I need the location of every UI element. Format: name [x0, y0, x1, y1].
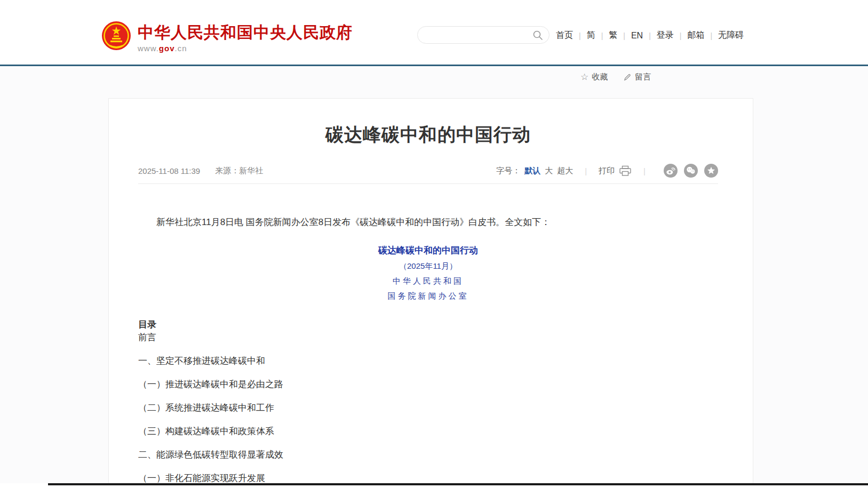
viewport-bottom-strip — [0, 483, 868, 488]
article-title: 碳达峰碳中和的中国行动 — [138, 123, 718, 146]
toc-item-1-3: （三）构建碳达峰碳中和政策体系 — [138, 425, 718, 438]
page-actions: ☆ 收藏 留言 — [580, 72, 667, 82]
url-suffix: .cn — [175, 44, 187, 53]
site-url: www.gov.cn — [138, 44, 353, 53]
document-author-line1: 中华人民共和国 — [138, 274, 718, 289]
meta-separator — [138, 183, 718, 184]
nav-separator: | — [649, 31, 651, 40]
nav-separator: | — [710, 31, 712, 40]
nav-separator: | — [601, 31, 603, 40]
source-value[interactable]: 新华社 — [239, 166, 263, 176]
publish-date: 2025-11-08 11:39 — [138, 166, 200, 175]
search-icon[interactable] — [532, 29, 544, 41]
favorite-label: 收藏 — [592, 72, 608, 82]
toc-item-1-2: （二）系统推进碳达峰碳中和工作 — [138, 402, 718, 414]
url-prefix: www. — [138, 44, 159, 53]
nav-english[interactable]: EN — [631, 31, 643, 41]
meta-divider: | — [643, 166, 646, 175]
nav-simplified[interactable]: 简 — [587, 30, 595, 41]
document-title: 碳达峰碳中和的中国行动 — [138, 243, 718, 259]
meta-left: 2025-11-08 11:39 来源： 新华社 — [138, 166, 263, 176]
toc-item-1: 一、坚定不移推进碳达峰碳中和 — [138, 355, 718, 367]
toc-item-preface: 前言 — [138, 331, 718, 344]
viewport-bottom-line — [48, 483, 868, 485]
favorite-button[interactable]: ☆ 收藏 — [580, 72, 608, 82]
nav-accessibility[interactable]: 无障碍 — [718, 30, 744, 41]
main-area: ☆ 收藏 留言 碳达峰碳中和的中国行动 2025-11-08 11:39 来源：… — [0, 66, 868, 483]
meta-divider: | — [585, 166, 587, 175]
nav-mail[interactable]: 邮箱 — [687, 30, 704, 41]
message-button[interactable]: 留言 — [624, 72, 651, 82]
meta-right: 字号： 默认 大 超大 | 打印 | — [496, 164, 718, 178]
article-card: 碳达峰碳中和的中国行动 2025-11-08 11:39 来源： 新华社 字号：… — [108, 98, 753, 483]
site-logo[interactable]: 中华人民共和国中央人民政府 www.gov.cn — [101, 20, 353, 53]
pencil-icon — [624, 73, 632, 81]
site-title: 中华人民共和国中央人民政府 — [138, 23, 353, 42]
toc-item-2: 二、能源绿色低碳转型取得显著成效 — [138, 449, 718, 461]
font-size-large[interactable]: 大 — [545, 166, 553, 176]
source-label: 来源： — [215, 166, 239, 176]
article-meta: 2025-11-08 11:39 来源： 新华社 字号： 默认 大 超大 | 打… — [138, 163, 718, 179]
nav-login[interactable]: 登录 — [657, 30, 674, 41]
favorite-share-icon[interactable] — [704, 164, 718, 178]
nav-separator: | — [623, 31, 625, 40]
toc-heading: 目录 — [138, 318, 718, 331]
font-size-default[interactable]: 默认 — [524, 166, 540, 176]
message-label: 留言 — [635, 72, 651, 82]
wechat-share-icon[interactable] — [684, 164, 698, 178]
national-emblem-icon — [101, 20, 131, 51]
print-label: 打印 — [599, 166, 615, 176]
nav-traditional[interactable]: 繁 — [609, 30, 617, 41]
printer-icon — [619, 165, 632, 177]
share-icons — [657, 164, 718, 178]
toc-item-2-1: （一）非化石能源实现跃升发展 — [138, 472, 718, 483]
url-gov: gov — [159, 44, 175, 53]
weibo-share-icon[interactable] — [664, 164, 678, 178]
search-box — [417, 26, 550, 44]
toc-item-1-1: （一）推进碳达峰碳中和是必由之路 — [138, 378, 718, 391]
print-button[interactable]: 打印 — [599, 165, 632, 177]
site-header: 中华人民共和国中央人民政府 www.gov.cn 首页|简|繁|EN|登录|邮箱… — [0, 0, 868, 65]
lead-paragraph: 新华社北京11月8日电 国务院新闻办公室8日发布《碳达峰碳中和的中国行动》白皮书… — [138, 215, 718, 230]
search-input[interactable] — [418, 31, 532, 39]
document-author-line2: 国务院新闻办公室 — [138, 289, 718, 303]
top-nav: 首页|简|繁|EN|登录|邮箱|无障碍 — [556, 30, 744, 41]
document-heading: 碳达峰碳中和的中国行动 （2025年11月） 中华人民共和国 国务院新闻办公室 — [138, 243, 718, 303]
document-date: （2025年11月） — [138, 259, 718, 274]
favorite-star-icon: ☆ — [580, 73, 588, 82]
font-size-xlarge[interactable]: 超大 — [557, 166, 573, 176]
font-size-label: 字号： — [496, 166, 520, 176]
nav-home[interactable]: 首页 — [556, 30, 573, 41]
nav-separator: | — [579, 31, 581, 40]
nav-separator: | — [680, 31, 682, 40]
